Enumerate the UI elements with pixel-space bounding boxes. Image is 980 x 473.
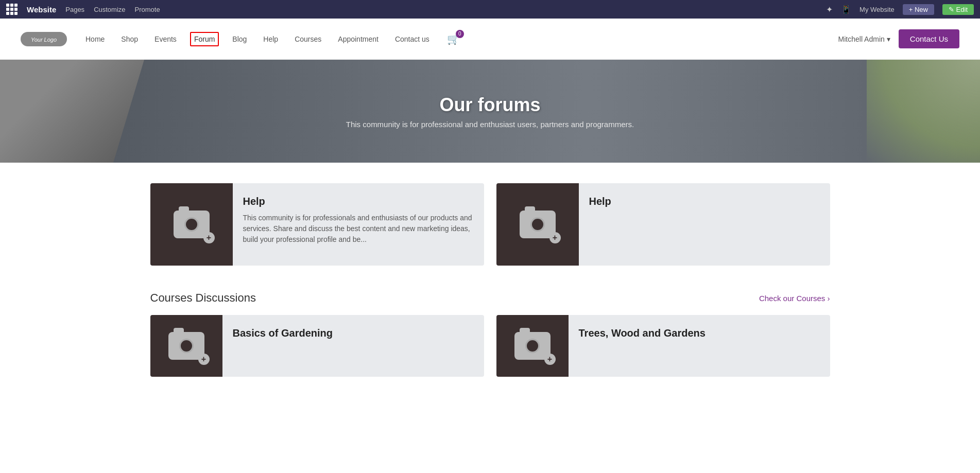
cart-badge: 0 xyxy=(456,30,464,38)
hero-section: Our forums This community is for profess… xyxy=(0,60,980,163)
admin-nav-promote[interactable]: Promote xyxy=(135,6,160,13)
admin-bar: Website Pages Customize Promote ✦ 📱 My W… xyxy=(0,0,980,19)
grid-icon[interactable] xyxy=(6,4,18,15)
my-website-link[interactable]: My Website xyxy=(859,6,895,13)
course-card-1-title: Basics of Gardening xyxy=(233,327,474,339)
cart-icon[interactable]: 🛒 0 xyxy=(447,33,460,45)
course-cards: + Basics of Gardening + Trees, Wood and … xyxy=(150,315,830,377)
course-card-2-body: Trees, Wood and Gardens xyxy=(569,315,830,377)
forum-card-2-body: Help xyxy=(579,183,830,266)
admin-nav-customize[interactable]: Customize xyxy=(94,6,125,13)
user-menu[interactable]: Mitchell Admin ▾ xyxy=(838,35,890,43)
star-icon[interactable]: ✦ xyxy=(826,5,833,14)
new-button[interactable]: + New xyxy=(903,4,934,15)
nav-blog[interactable]: Blog xyxy=(229,33,250,45)
admin-site-name: Website xyxy=(27,5,56,14)
courses-section-title: Courses Discussions xyxy=(150,291,256,305)
course-card-1-body: Basics of Gardening xyxy=(222,315,484,377)
nav-shop[interactable]: Shop xyxy=(118,33,141,45)
nav-links: Home Shop Events Forum Blog Help Courses… xyxy=(82,32,460,46)
check-courses-link[interactable]: Check our Courses › xyxy=(759,294,830,303)
nav-help[interactable]: Help xyxy=(260,33,281,45)
forum-card-1-body: Help This community is for professionals… xyxy=(233,183,484,266)
camera-icon-2: + xyxy=(520,211,556,238)
nav-events[interactable]: Events xyxy=(151,33,180,45)
user-dropdown-icon: ▾ xyxy=(887,35,890,43)
course-card-2[interactable]: + Trees, Wood and Gardens xyxy=(496,315,830,377)
hero-subtitle: This community is for professional and e… xyxy=(346,120,634,129)
hero-flowers-decoration xyxy=(867,60,980,163)
mobile-icon[interactable]: 📱 xyxy=(841,5,851,14)
course-card-1-image: + xyxy=(150,315,222,377)
user-name: Mitchell Admin xyxy=(838,35,885,43)
contact-button[interactable]: Contact Us xyxy=(899,29,959,48)
camera-icon-1: + xyxy=(174,211,210,238)
forum-card-1[interactable]: + Help This community is for professiona… xyxy=(150,183,484,266)
nav-contact-us[interactable]: Contact us xyxy=(392,33,433,45)
forum-card-1-title: Help xyxy=(243,196,474,207)
forum-card-2[interactable]: + Help xyxy=(496,183,830,266)
admin-nav-pages[interactable]: Pages xyxy=(65,6,84,13)
site-logo[interactable]: Your Logo xyxy=(21,32,67,46)
courses-header: Courses Discussions Check our Courses › xyxy=(150,291,830,305)
logo-text: Your Logo xyxy=(31,37,57,43)
camera-icon-course-2: + xyxy=(514,332,551,360)
course-card-2-image: + xyxy=(496,315,569,377)
main-content: + Help This community is for professiona… xyxy=(130,163,851,387)
nav-forum[interactable]: Forum xyxy=(190,32,219,46)
site-nav: Your Logo Home Shop Events Forum Blog He… xyxy=(0,19,980,60)
hero-title: Our forums xyxy=(346,94,634,116)
forum-card-2-title: Help xyxy=(589,196,820,207)
nav-home[interactable]: Home xyxy=(82,33,108,45)
course-card-2-title: Trees, Wood and Gardens xyxy=(579,327,820,339)
forum-card-1-desc: This community is for professionals and … xyxy=(243,213,474,245)
edit-button[interactable]: ✎ Edit xyxy=(942,4,974,15)
course-card-1[interactable]: + Basics of Gardening xyxy=(150,315,484,377)
nav-appointment[interactable]: Appointment xyxy=(335,33,382,45)
camera-icon-course-1: + xyxy=(168,332,204,360)
forum-cards: + Help This community is for professiona… xyxy=(150,183,830,266)
forum-card-2-image: + xyxy=(496,183,579,266)
nav-courses[interactable]: Courses xyxy=(291,33,324,45)
forum-card-1-image: + xyxy=(150,183,233,266)
